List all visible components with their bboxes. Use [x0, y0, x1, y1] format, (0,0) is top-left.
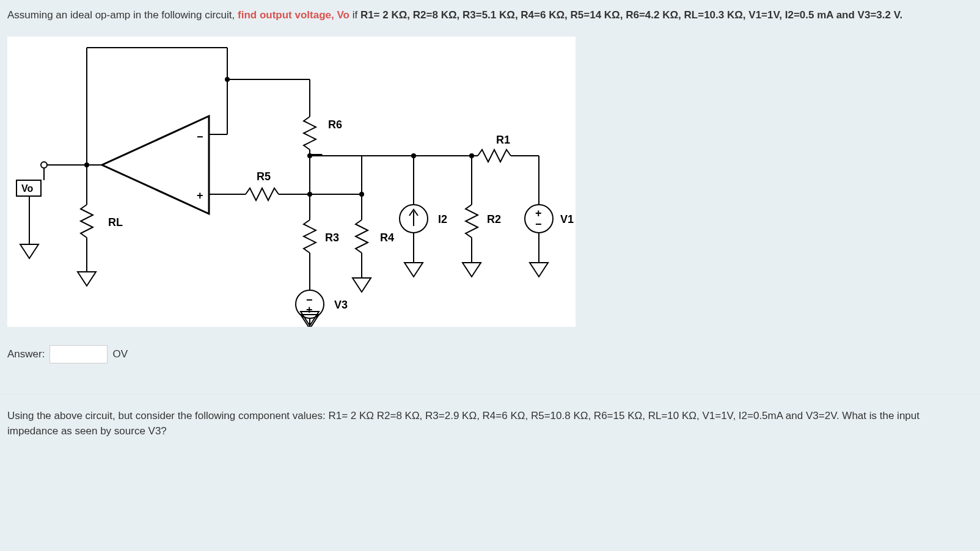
i2-label: I2 — [438, 213, 447, 225]
r5-label: R5 — [257, 170, 271, 183]
r4-label: R4 — [380, 232, 394, 244]
v3-label: V3 — [334, 299, 348, 311]
svg-point-2 — [41, 162, 47, 168]
v1-label: V1 — [560, 213, 574, 225]
answer-unit: OV — [112, 348, 128, 360]
opamp-minus: − — [197, 131, 203, 143]
r3-label: R3 — [325, 232, 339, 244]
question-2-text: Using the above circuit, but consider th… — [7, 408, 973, 439]
question-1-text: Assuming an ideal op-amp in the followin… — [7, 7, 973, 23]
answer-row: Answer: OV — [7, 345, 973, 363]
question-1-block: Assuming an ideal op-amp in the followin… — [0, 0, 980, 363]
q1-if: if — [349, 9, 360, 21]
q2-params: R1= 2 KΩ R2=8 KΩ, R3=2.9 KΩ, R4=6 KΩ, R5… — [328, 410, 839, 421]
circuit-svg: − + Vo RL — [7, 37, 576, 327]
q1-prefix: Assuming an ideal op-amp in the followin… — [7, 9, 238, 21]
circuit-diagram: − + Vo RL — [7, 37, 576, 327]
rl-label: RL — [108, 216, 123, 228]
q2-prefix: Using the above circuit, but consider th… — [7, 410, 328, 421]
q1-params: R1= 2 KΩ, R2=8 KΩ, R3=5.1 KΩ, R4=6 KΩ, R… — [360, 9, 902, 21]
opamp-plus: + — [197, 189, 203, 202]
answer-input[interactable] — [49, 345, 108, 363]
v1-plus: + — [535, 207, 542, 219]
vo-label: Vo — [21, 183, 33, 194]
question-2-block: Using the above circuit, but consider th… — [0, 394, 980, 453]
r1-label: R1 — [496, 134, 510, 146]
svg-point-18 — [225, 77, 230, 82]
q1-find-vo: find output voltage, Vo — [238, 9, 349, 21]
v1-minus: − — [535, 218, 542, 230]
r6-label: R6 — [328, 119, 342, 131]
answer-label: Answer: — [7, 348, 45, 360]
r2-label: R2 — [487, 213, 501, 225]
svg-point-22 — [307, 153, 312, 158]
